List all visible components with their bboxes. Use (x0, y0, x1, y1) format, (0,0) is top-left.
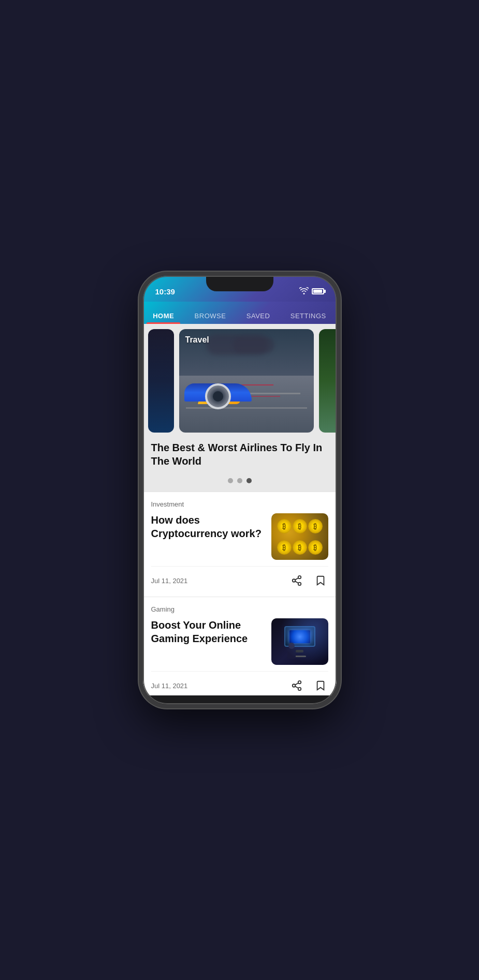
share-button-crypto[interactable] (289, 573, 304, 588)
bookmark-button-crypto[interactable] (313, 573, 328, 588)
svg-line-8 (295, 686, 298, 688)
article-card-gaming[interactable]: Gaming Boost Your Online Gaming Experien… (143, 597, 337, 695)
phone-frame: 10:39 HOME BROWSE SAVED SETTINGS (139, 272, 341, 708)
article-actions-crypto (289, 573, 328, 588)
article-category-crypto: Investment (151, 500, 328, 508)
bitcoin-coin-4: ₿ (277, 540, 292, 555)
hero-article-title: The Best & Worst Airlines To Fly In The … (151, 441, 328, 468)
wifi-icon (299, 287, 309, 296)
article-footer-gaming: Jul 11, 2021 (151, 671, 328, 695)
svg-point-1 (292, 579, 295, 582)
article-body-crypto: How does Cryptocurrency work? ₿ ₿ ₿ ₿ ₿ … (151, 513, 328, 560)
share-button-gaming[interactable] (289, 678, 304, 693)
bookmark-button-gaming[interactable] (313, 678, 328, 693)
nav-browse[interactable]: BROWSE (188, 308, 233, 324)
nav-settings[interactable]: SETTINGS (284, 308, 332, 324)
article-footer-crypto: Jul 11, 2021 (151, 566, 328, 597)
article-card-crypto[interactable]: Investment How does Cryptocurrency work?… (143, 492, 337, 597)
svg-line-4 (295, 578, 298, 580)
battery-icon (312, 288, 324, 294)
article-thumb-gaming (271, 618, 328, 665)
svg-point-0 (298, 576, 301, 579)
svg-point-7 (298, 688, 301, 691)
bitcoin-coin-3: ₿ (308, 519, 323, 533)
article-body-gaming: Boost Your Online Gaming Experience (151, 618, 328, 665)
bookmark-icon-crypto (315, 575, 326, 586)
svg-line-9 (295, 683, 298, 685)
article-category-gaming: Gaming (151, 605, 328, 613)
article-date-gaming: Jul 11, 2021 (151, 682, 188, 690)
bitcoin-coin-1: ₿ (277, 519, 292, 533)
share-icon-gaming (291, 680, 302, 691)
hero-carousel[interactable]: Travel (143, 324, 337, 433)
bitcoin-coin-5: ₿ (293, 540, 307, 555)
article-text-crypto: How does Cryptocurrency work? (151, 513, 265, 540)
article-actions-gaming (289, 678, 328, 693)
bitcoin-coin-2: ₿ (293, 519, 307, 533)
plane-body (179, 376, 257, 412)
article-thumb-crypto: ₿ ₿ ₿ ₿ ₿ ₿ (271, 513, 328, 560)
svg-point-5 (298, 681, 301, 684)
hero-category-label: Travel (185, 335, 209, 345)
dot-3[interactable] (246, 478, 252, 483)
airplane-scene: Travel (179, 329, 314, 433)
carousel-dots (143, 472, 337, 492)
dot-2[interactable] (237, 478, 242, 483)
hero-card-left (148, 329, 174, 433)
bitcoin-coin-6: ₿ (308, 540, 323, 555)
status-icons (299, 287, 324, 296)
article-text-gaming: Boost Your Online Gaming Experience (151, 618, 265, 645)
nav-bar: HOME BROWSE SAVED SETTINGS (143, 302, 337, 324)
nav-saved[interactable]: SAVED (240, 308, 277, 324)
hero-card-main[interactable]: Travel (179, 329, 314, 433)
article-date-crypto: Jul 11, 2021 (151, 577, 188, 585)
content-scroll[interactable]: Travel The Best & Worst Airlines To Fly … (143, 324, 337, 695)
hero-card-right (319, 329, 337, 433)
hero-title-section: The Best & Worst Airlines To Fly In The … (143, 433, 337, 472)
bookmark-icon-gaming (315, 680, 326, 691)
article-title-crypto: How does Cryptocurrency work? (151, 513, 265, 540)
article-title-gaming: Boost Your Online Gaming Experience (151, 618, 265, 645)
svg-point-6 (292, 684, 295, 687)
share-icon-crypto (291, 575, 302, 586)
dot-1[interactable] (228, 478, 233, 483)
status-time: 10:39 (155, 287, 175, 296)
svg-point-2 (298, 583, 301, 586)
nav-home[interactable]: HOME (147, 308, 180, 324)
notch (206, 276, 273, 291)
svg-line-3 (295, 581, 298, 583)
